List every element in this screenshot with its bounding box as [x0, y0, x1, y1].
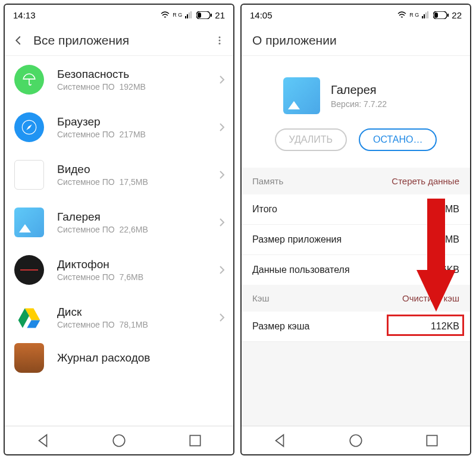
app-sub: Системное ПО 22,6MB [57, 225, 209, 234]
net-label: R G [173, 12, 182, 18]
svg-rect-12 [190, 435, 200, 445]
app-sub: Системное ПО 7,6MB [57, 272, 209, 282]
app-name: Галерея [331, 83, 387, 97]
chevron-right-icon [219, 218, 225, 227]
wifi-icon [397, 11, 406, 18]
app-list: БезопасностьСистемное ПО 192MB БраузерСи… [5, 56, 233, 426]
svg-point-20 [350, 435, 362, 447]
app-version: Версия: 7.7.22 [331, 99, 387, 109]
app-row-recorder[interactable]: ДиктофонСистемное ПО 7,6MB [5, 246, 233, 294]
app-name: Журнал расходов [57, 351, 225, 364]
svg-rect-1 [187, 14, 188, 18]
section-cache: Кэш Очистить кэш [242, 285, 470, 312]
kv-total: Итого6MB [242, 194, 470, 224]
status-time: 14:13 [13, 10, 36, 20]
battery-level: 22 [452, 10, 462, 20]
nav-bar [5, 426, 233, 454]
app-sub: Системное ПО 192MB [57, 82, 209, 92]
svg-point-8 [219, 39, 221, 41]
filler [242, 341, 470, 426]
app-name: Диск [57, 306, 209, 319]
clapperboard-icon [14, 160, 44, 190]
button-row: УДАЛИТЬ ОСТАНО… [242, 128, 470, 168]
svg-rect-13 [422, 16, 423, 18]
clear-data-link[interactable]: Стереть данные [392, 176, 459, 186]
nav-recent-icon[interactable] [424, 433, 440, 448]
net-label: R G [409, 12, 419, 18]
svg-rect-5 [198, 12, 201, 18]
nav-back-icon[interactable] [272, 433, 287, 448]
chevron-right-icon [219, 75, 225, 84]
status-right: R G 21 [161, 10, 225, 20]
compass-icon [14, 112, 44, 142]
header: Все приложения [5, 25, 233, 56]
battery-icon [433, 11, 449, 19]
chevron-right-icon [219, 122, 225, 132]
umbrella-icon [14, 65, 44, 95]
kv-cachesize: Размер кэша112KB [242, 312, 470, 341]
wifi-icon [161, 11, 170, 18]
signal-icon [185, 11, 193, 18]
gallery-icon [283, 77, 320, 114]
app-name: Безопасность [57, 68, 209, 81]
battery-level: 21 [215, 10, 225, 20]
svg-rect-3 [190, 11, 192, 18]
delete-button[interactable]: УДАЛИТЬ [275, 128, 347, 151]
nav-bar [242, 426, 470, 454]
app-row-journal[interactable]: Журнал расходов [5, 341, 233, 375]
svg-rect-0 [185, 16, 186, 18]
app-sub: Системное ПО 17,5MB [57, 177, 209, 187]
app-sub: Системное ПО 217MB [57, 130, 209, 139]
app-row-security[interactable]: БезопасностьСистемное ПО 192MB [5, 56, 233, 103]
svg-rect-6 [211, 14, 212, 17]
section-memory: Память Стереть данные [242, 168, 470, 194]
app-header: Галерея Версия: 7.7.22 [242, 56, 470, 128]
svg-point-9 [219, 42, 221, 44]
phone-right: 14:05 R G 22 О приложении Галерея Версия… [240, 4, 471, 455]
chevron-right-icon [219, 313, 225, 322]
nav-home-icon[interactable] [348, 433, 364, 448]
wallet-icon [14, 343, 44, 373]
svg-rect-16 [427, 11, 428, 18]
chevron-right-icon [219, 170, 225, 180]
section-label: Кэш [252, 293, 269, 303]
status-right: R G 22 [397, 10, 462, 20]
section-label: Память [252, 176, 283, 186]
stop-button[interactable]: ОСТАНО… [359, 128, 437, 151]
kv-userdata: Данные пользователя96KB [242, 254, 470, 285]
recorder-icon [14, 255, 44, 285]
battery-icon [196, 11, 212, 19]
svg-rect-18 [434, 12, 438, 18]
app-name: Видео [57, 163, 209, 176]
signal-icon [422, 11, 430, 18]
back-icon[interactable] [13, 35, 24, 46]
svg-rect-21 [427, 435, 437, 445]
app-row-video[interactable]: ВидеоСистемное ПО 17,5MB [5, 151, 233, 199]
kv-appsize: Размер приложенияMB [242, 224, 470, 254]
svg-point-7 [219, 36, 221, 38]
svg-rect-2 [189, 12, 190, 18]
app-row-drive[interactable]: ДискСистемное ПО 78,1MB [5, 294, 233, 341]
nav-back-icon[interactable] [35, 433, 51, 448]
app-row-browser[interactable]: БраузерСистемное ПО 217MB [5, 103, 233, 151]
chevron-right-icon [219, 265, 225, 275]
app-name: Диктофон [57, 258, 209, 271]
clear-cache-link[interactable]: Очистить кэш [402, 293, 459, 303]
app-name: Браузер [57, 115, 209, 128]
app-name: Галерея [57, 210, 209, 224]
nav-home-icon[interactable] [111, 433, 127, 448]
svg-rect-14 [424, 14, 425, 18]
gallery-icon [14, 208, 44, 237]
app-sub: Системное ПО 78,1MB [57, 320, 209, 329]
svg-point-11 [113, 435, 125, 447]
header: О приложении [242, 25, 470, 56]
svg-rect-19 [447, 14, 449, 17]
phone-left: 14:13 R G 21 Все приложения Безопасность… [4, 4, 234, 455]
status-bar: 14:13 R G 21 [5, 5, 233, 25]
status-time: 14:05 [250, 10, 273, 20]
page-title: Все приложения [33, 33, 205, 48]
drive-icon [14, 303, 44, 332]
app-row-gallery[interactable]: ГалереяСистемное ПО 22,6MB [5, 199, 233, 246]
nav-recent-icon[interactable] [187, 433, 203, 448]
more-icon[interactable] [214, 35, 225, 46]
